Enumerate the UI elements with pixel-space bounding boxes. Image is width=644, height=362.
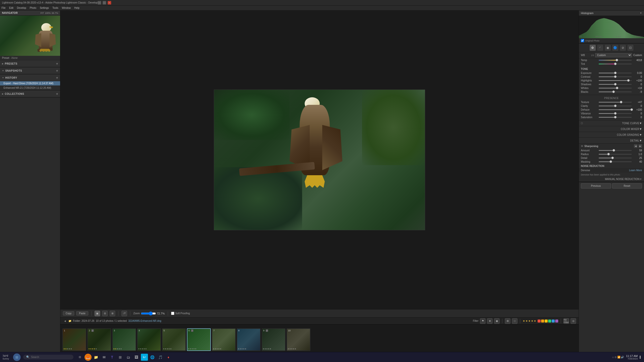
manual-nr-header[interactable]: Manual Noise Reduction ▼	[579, 177, 644, 182]
extra-icon-2[interactable]: ♦	[165, 354, 172, 361]
extra-app-icon[interactable]: 🎵	[157, 354, 164, 361]
rating-star-2[interactable]: ★	[526, 320, 528, 322]
browser-icon[interactable]: 🦊	[85, 354, 92, 361]
presets-header[interactable]: ▶ Presets +	[0, 60, 60, 67]
learn-more-link[interactable]: Learn More	[629, 169, 642, 172]
filter-star-button[interactable]: ★	[487, 318, 493, 324]
sharpening-radius-thumb[interactable]	[607, 153, 610, 155]
whites-thumb[interactable]	[616, 87, 618, 89]
minimize-button[interactable]: ─	[98, 1, 101, 5]
saturation-thumb[interactable]	[614, 116, 617, 118]
filmstrip-thumb-4[interactable]: 4 ★★★★★	[137, 328, 161, 351]
filmstrip-thumb-8[interactable]: 8 ★★★★★	[237, 328, 261, 351]
start-button[interactable]: ⊞	[13, 353, 21, 361]
apps-icon[interactable]: ⊞	[117, 354, 124, 361]
maximize-button[interactable]: □	[103, 1, 106, 5]
color-mixer-row[interactable]: Color Mixer ▼	[579, 126, 644, 132]
color-label-orange[interactable]	[541, 320, 544, 323]
files-icon[interactable]: 🗂	[125, 354, 132, 361]
exposure-thumb[interactable]	[614, 72, 617, 74]
color-tool-button[interactable]: 🔵	[612, 45, 618, 51]
copy-button[interactable]: Copy	[63, 311, 74, 315]
teams-icon[interactable]: T	[109, 354, 116, 361]
sharpening-detail-thumb[interactable]	[611, 157, 614, 159]
detail-tool-button[interactable]: ⊘	[620, 45, 626, 51]
filmstrip-thumb-2[interactable]: 2 2 ★★★★★	[87, 328, 111, 351]
tint-thumb[interactable]	[614, 63, 617, 65]
sharpening-right-btn[interactable]: ▶	[638, 144, 642, 148]
curve-tool-button[interactable]: ◜	[597, 45, 603, 51]
snapshots-header[interactable]: ▼ Snapshots +	[0, 67, 60, 74]
hsl-tool-button[interactable]: ◉	[605, 45, 611, 51]
contrast-thumb[interactable]	[614, 75, 617, 78]
wb-select[interactable]: Custom As Shot Daylight Cloudy Shade	[595, 53, 632, 57]
rating-star-4[interactable]: ★	[531, 320, 533, 322]
history-header[interactable]: ▼ History +	[0, 74, 60, 81]
tone-curve-expand[interactable]: ▼	[639, 122, 642, 125]
sort-button[interactable]: ↕Y	[122, 311, 127, 316]
nav-fit[interactable]: FIT	[41, 12, 44, 14]
detail-expand[interactable]: ▼	[639, 139, 642, 142]
history-item-nr[interactable]: Enhanced NR-21 (7/26/2024 11:12:26 AM)	[0, 86, 60, 90]
filmstrip-thumb-3[interactable]: 3 ★★★★★	[112, 328, 136, 351]
shadows-thumb[interactable]	[614, 83, 617, 85]
lightroom-icon[interactable]: Lr	[141, 354, 148, 361]
color-label-red[interactable]	[538, 320, 541, 323]
soft-proofing-checkbox[interactable]	[171, 312, 174, 315]
sharpening-left-btn[interactable]: ◀	[634, 144, 637, 148]
basic-tool-button[interactable]: ⚙	[590, 45, 596, 51]
filter-color-button[interactable]: ◉	[494, 318, 500, 324]
rating-star-3[interactable]: ★	[528, 320, 531, 322]
collections-add-button[interactable]: +	[56, 92, 58, 96]
filmstrip-thumb-9[interactable]: 9 2 ★★★★★	[262, 328, 286, 351]
sharpening-amount-thumb[interactable]	[613, 149, 615, 152]
filter-toggle[interactable]: ◎	[571, 318, 576, 324]
nav-100[interactable]: 100%	[45, 12, 51, 14]
loupe-view-button[interactable]: □	[512, 318, 517, 324]
color-mixer-expand[interactable]: ▼	[639, 127, 642, 130]
tone-curve-row[interactable]: Tone Curve ▼	[579, 120, 644, 126]
search-input[interactable]	[31, 356, 69, 358]
reset-button[interactable]: Reset	[612, 183, 642, 189]
temp-thumb[interactable]	[616, 59, 618, 61]
menu-develop[interactable]: Develop	[17, 7, 26, 9]
menu-window[interactable]: Window	[62, 7, 71, 9]
mail-icon[interactable]: ✉	[101, 354, 108, 361]
explorer-icon[interactable]: 📁	[93, 354, 100, 361]
snapshots-add-button[interactable]: +	[56, 69, 58, 73]
filmstrip-thumb-5[interactable]: 5 ★★★★★	[162, 328, 186, 351]
menu-file[interactable]: File	[2, 7, 6, 9]
color-grading-row[interactable]: Color Grading ▼	[579, 132, 644, 138]
menu-edit[interactable]: Edit	[9, 7, 13, 9]
filmstrip-thumb-7[interactable]: 7 ★★★★★	[212, 328, 236, 351]
sharpening-eye-icon[interactable]: 👁	[581, 145, 583, 148]
rating-star-1[interactable]: ★	[523, 320, 525, 322]
edge-icon[interactable]: 🌐	[149, 354, 156, 361]
paste-button[interactable]: Paste	[76, 311, 88, 315]
expand-strip-icon[interactable]: ◀	[63, 319, 67, 323]
histogram-expand[interactable]: ▼	[640, 12, 642, 14]
clarity-thumb[interactable]	[614, 105, 617, 107]
menu-tools[interactable]: Tools	[52, 7, 58, 9]
highlights-thumb[interactable]	[627, 79, 630, 82]
collections-header[interactable]: ▶ Collections +	[0, 90, 60, 97]
history-add-button[interactable]: +	[56, 76, 58, 80]
menu-help[interactable]: Help	[74, 7, 79, 9]
filmstrip-thumb-10[interactable]: 10 ★★★★★	[287, 328, 310, 351]
close-button[interactable]: ✕	[108, 1, 111, 5]
color-label-blue[interactable]	[552, 320, 555, 323]
color-label-purple[interactable]	[555, 320, 558, 323]
navigator-header[interactable]: Navigator FIT 100% 66.7%	[0, 11, 60, 16]
menu-settings[interactable]: Settings	[40, 7, 49, 9]
menu-photo[interactable]: Photo	[30, 7, 36, 9]
grid-view-button[interactable]: ⊞	[505, 318, 510, 324]
sharpening-masking-thumb[interactable]	[610, 160, 612, 163]
taskbar-search[interactable]: 🔍	[23, 355, 73, 359]
previous-button[interactable]: Previous	[581, 183, 611, 189]
detail-header[interactable]: Detail ▼	[579, 138, 644, 144]
dehaze-thumb[interactable]	[630, 108, 633, 111]
color-grading-expand[interactable]: ▼	[639, 133, 642, 136]
nav-zoom[interactable]: 66.7%	[52, 12, 58, 14]
view-compare-button[interactable]: ⊟	[102, 311, 108, 316]
filmstrip-thumb-1[interactable]: 1 ★★★★★	[62, 328, 86, 351]
